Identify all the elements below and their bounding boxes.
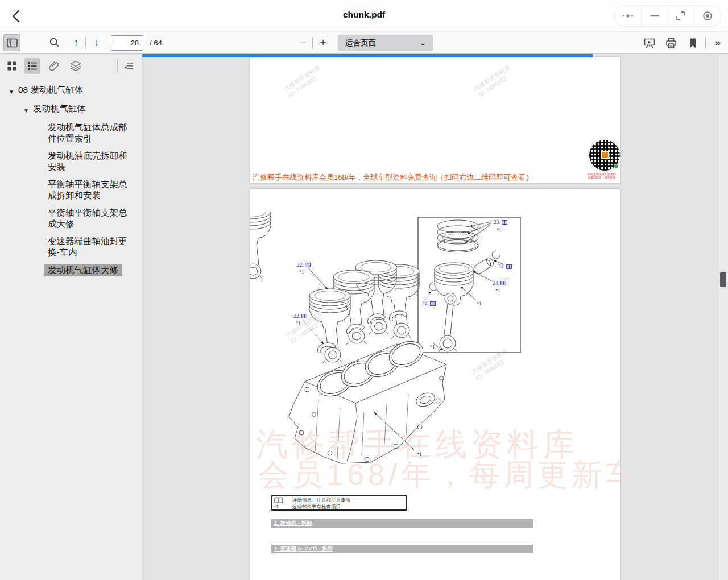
watermark: 汽修帮手资料库ID: 7496002 <box>473 64 516 99</box>
plus-icon: + <box>320 36 326 49</box>
circlip <box>429 283 437 291</box>
attachments-view-button[interactable] <box>46 58 62 74</box>
back-button[interactable] <box>8 7 25 24</box>
bookmark-icon <box>686 37 699 49</box>
pdf-page-27: 汽修帮手资料库ID: 7496002 汽修帮手资料库ID: 7496002 扫码… <box>250 57 620 183</box>
double-chevron-right-icon: » <box>715 37 721 49</box>
toc-outline: ▼ 08 发动机气缸体 ▼ 发动机气缸体 发动机气缸体总成部件位置索引 发动机油… <box>0 77 142 276</box>
callout-24: 24. <box>498 264 512 270</box>
toc-item[interactable]: 变速器端曲轴油封更换-车内 <box>0 235 142 258</box>
up-arrow-icon: ↑ <box>73 36 79 49</box>
sidebar-view-switcher <box>0 55 142 77</box>
book-link-icon[interactable] <box>301 314 307 318</box>
pdf-viewer-window: chunk.pdf ↑ ↓ / 64 − <box>0 0 728 580</box>
engine-block <box>289 337 446 463</box>
fullscreen-icon <box>674 9 688 23</box>
book-link-icon[interactable] <box>305 263 311 267</box>
expander-triangle-icon[interactable]: ▼ <box>5 84 18 98</box>
book-link-icon[interactable] <box>430 301 436 306</box>
toc-item-label[interactable]: 08 发动机气缸体 <box>18 84 84 98</box>
toc-item-section[interactable]: ▼ 发动机气缸体 <box>0 103 142 117</box>
page-number-input[interactable] <box>111 35 143 51</box>
next-page-button[interactable]: ↓ <box>89 34 105 51</box>
callout-24: 24. <box>422 301 436 306</box>
qr-code <box>589 140 620 171</box>
scroll-to-current-item-button[interactable] <box>121 58 136 74</box>
document-title: chunk.pdf <box>343 10 385 20</box>
zoom-in-button[interactable]: + <box>315 34 331 51</box>
minus-icon: − <box>300 36 307 49</box>
more-tools-button[interactable]: » <box>710 34 726 51</box>
back-chevron-icon <box>8 7 25 24</box>
footnote-marker: *1 <box>497 227 502 233</box>
expander-triangle-icon[interactable]: ▼ <box>19 103 33 117</box>
sidebar-toggle-icon <box>7 38 18 48</box>
print-button[interactable] <box>664 36 679 51</box>
qr-green-badge <box>614 164 619 169</box>
presentation-mode-button[interactable] <box>642 36 657 51</box>
toc-item[interactable]: 平衡轴平衡轴支架总成拆卸和安装 <box>0 179 142 201</box>
toc-item[interactable]: 平衡轴平衡轴支架总成大修 <box>0 207 142 230</box>
outline-view-button[interactable] <box>24 58 40 74</box>
toc-item-label[interactable]: 发动机气缸体 <box>33 103 86 117</box>
connecting-rod <box>439 293 457 353</box>
toc-item-selected[interactable]: 发动机气缸体大修 <box>0 264 142 276</box>
vertical-scrollbar[interactable] <box>718 55 728 580</box>
zoom-mode-select[interactable]: 适合页面 ⌄ <box>338 35 433 51</box>
presentation-icon <box>643 37 656 49</box>
procedure-link[interactable]: 1. 发动机 - 拆卸 <box>271 520 312 527</box>
toc-item-label[interactable]: 平衡轴平衡轴支架总成大修 <box>48 207 133 230</box>
printer-icon <box>665 37 677 49</box>
toc-item-label[interactable]: 平衡轴平衡轴支架总成拆卸和安装 <box>48 179 133 201</box>
watermark: 汽修帮手资料库ID: 7496002 <box>283 64 326 99</box>
piston-rings <box>437 220 478 252</box>
document-viewport[interactable]: 汽修帮手资料库ID: 7496002 汽修帮手资料库ID: 7496002 扫码… <box>143 55 718 580</box>
bookmark-button[interactable] <box>685 36 700 51</box>
paperclip-icon <box>48 60 60 72</box>
footnote-marker: *1 <box>417 451 422 457</box>
pdf-page-28: 汽修帮手资料库ID: 7496002 汽修帮手资料库ID: 7496002 汽修… <box>250 189 620 580</box>
pdf-toolbar: ↑ ↓ / 64 − + 适合页面 ⌄ » <box>0 32 728 54</box>
scrollbar-thumb[interactable] <box>720 272 726 287</box>
previous-page-button[interactable]: ↑ <box>68 34 84 51</box>
more-options-button[interactable] <box>615 6 641 26</box>
book-legend-icon <box>274 497 292 504</box>
layers-view-button[interactable] <box>68 58 84 74</box>
search-button[interactable] <box>48 36 61 49</box>
qr-logo <box>601 151 609 159</box>
toolbar-divider <box>705 38 706 48</box>
footnote-marker: *1 <box>477 301 482 306</box>
more-dots-icon <box>621 9 635 23</box>
book-link-icon[interactable] <box>500 281 506 285</box>
sidebar-toggle-button[interactable] <box>3 34 20 51</box>
toc-item-chapter[interactable]: ▼ 08 发动机气缸体 <box>0 84 142 98</box>
toc-item[interactable]: 发动机油底壳拆卸和安装 <box>0 150 142 173</box>
circlip <box>492 251 500 259</box>
book-link-icon[interactable] <box>502 220 507 225</box>
zoom-out-button[interactable]: − <box>295 34 311 51</box>
toc-item-label[interactable]: 发动机油底壳拆卸和安装 <box>48 150 133 173</box>
record-icon <box>701 9 714 23</box>
thumbnails-grid-icon <box>6 60 18 72</box>
toc-item-label[interactable]: 发动机气缸体总成部件位置索引 <box>48 122 133 144</box>
pistons-and-rods <box>250 212 419 363</box>
toc-item-label[interactable]: 变速器端曲轴油封更换-车内 <box>48 235 133 258</box>
record-button[interactable] <box>694 6 721 26</box>
titlebar: chunk.pdf <box>0 0 728 32</box>
engine-block-exploded-diagram <box>250 212 620 496</box>
legend-row2-text: 这些部件带有检查项目 <box>292 504 404 510</box>
thumbnails-view-button[interactable] <box>4 58 20 74</box>
down-arrow-icon: ↓ <box>94 36 100 49</box>
callout-23: 23. <box>494 219 507 225</box>
procedure-link[interactable]: 2. 变速箱 (e-CVT) - 拆卸 <box>271 545 333 553</box>
book-link-icon[interactable] <box>506 264 512 269</box>
layers-icon <box>69 60 82 72</box>
minimize-button[interactable] <box>641 6 668 26</box>
legend-box: 详细信息、注意和注意事项 *1 这些部件带有检查项目 <box>271 495 407 511</box>
procedure-bar: 1. 发动机 - 拆卸 <box>271 519 533 528</box>
toc-item[interactable]: 发动机气缸体总成部件位置索引 <box>0 122 142 144</box>
fullscreen-button[interactable] <box>668 6 694 26</box>
procedure-bar: 2. 变速箱 (e-CVT) - 拆卸 <box>271 545 533 553</box>
toc-item-label[interactable]: 发动机气缸体大修 <box>44 264 122 276</box>
footnote-marker: *1 <box>299 269 304 275</box>
